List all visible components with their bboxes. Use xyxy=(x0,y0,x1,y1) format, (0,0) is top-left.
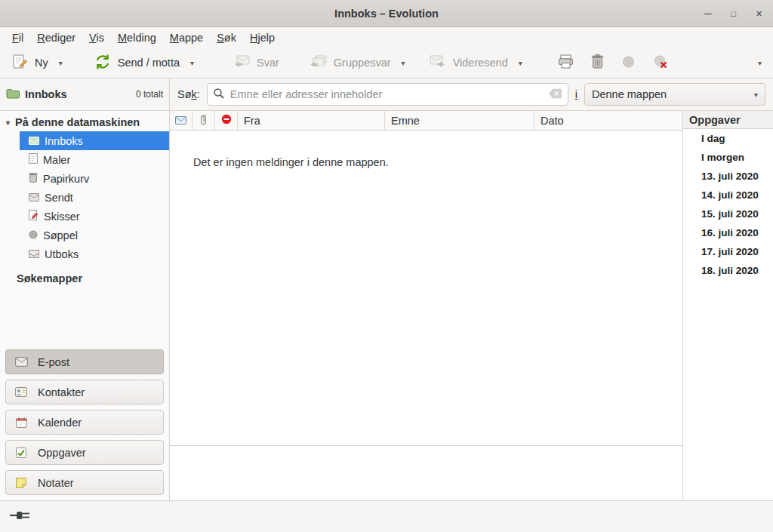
titlebar[interactable]: Innboks – Evolution ─ □ × xyxy=(0,0,773,27)
preview-pane xyxy=(170,445,682,500)
sidebar-item-innboks[interactable]: Innboks xyxy=(20,131,169,150)
switcher-contacts-button[interactable]: Kontakter xyxy=(5,380,164,404)
column-from-label: Fra xyxy=(244,115,260,127)
menu-melding[interactable]: Melding xyxy=(111,29,163,46)
column-status[interactable] xyxy=(170,111,192,130)
switcher-label: E-post xyxy=(38,356,69,368)
search-input[interactable] xyxy=(230,88,543,100)
group-reply-button[interactable]: Gruppesvar xyxy=(304,51,396,74)
switcher-label: Oppgaver xyxy=(38,447,86,459)
contacts-icon xyxy=(14,387,28,397)
message-list-body[interactable]: Det er ingen meldinger i denne mappen. xyxy=(170,131,682,445)
drafts-icon xyxy=(29,210,38,223)
new-message-icon xyxy=(11,54,28,72)
group-reply-dropdown-arrow[interactable]: ▾ xyxy=(396,55,411,71)
column-date-label: Dato xyxy=(540,115,564,127)
folder-icon xyxy=(6,88,20,101)
switcher-memos-button[interactable]: Notater xyxy=(5,470,164,495)
sidebar-item-label: Søppel xyxy=(43,229,78,241)
message-count: 0 totalt xyxy=(136,89,163,100)
maximize-button[interactable]: □ xyxy=(725,5,742,23)
expander-icon[interactable]: ▾ xyxy=(6,118,10,127)
menu-sok[interactable]: Søk xyxy=(210,29,243,46)
delete-button[interactable] xyxy=(585,51,610,75)
sidebar-item-sendt[interactable]: Sendt xyxy=(0,188,169,207)
switcher-calendar-button[interactable]: Kalender xyxy=(5,410,164,435)
group-reply-icon xyxy=(310,55,327,70)
statusbar xyxy=(0,500,773,532)
mail-icon xyxy=(14,357,28,367)
new-button[interactable]: Ny xyxy=(6,50,54,76)
trash-icon xyxy=(591,54,604,71)
forward-button[interactable]: Videresend xyxy=(424,51,513,74)
menu-vis[interactable]: Vis xyxy=(82,29,111,46)
task-group-date[interactable]: 17. juli 2020 xyxy=(683,242,773,261)
menu-hjelp[interactable]: Hjelp xyxy=(243,29,282,46)
sidebar-item-utboks[interactable]: Utboks xyxy=(0,244,169,263)
online-status-button[interactable] xyxy=(10,510,30,523)
tree-root-label: På denne datamaskinen xyxy=(15,116,140,128)
search-scope-combo[interactable]: Denne mappen ▾ xyxy=(584,83,765,106)
send-receive-dropdown-arrow[interactable]: ▾ xyxy=(185,55,199,71)
tree-root-on-this-computer[interactable]: ▾ På denne datamaskinen xyxy=(0,113,169,131)
content-area: ▾ På denne datamaskinen Innboks Maler xyxy=(0,111,773,500)
task-group-date[interactable]: 14. juli 2020 xyxy=(683,186,773,204)
sidebar-item-label: Sendt xyxy=(45,192,73,204)
trash-folder-icon xyxy=(29,172,38,185)
new-dropdown-arrow[interactable]: ▾ xyxy=(54,55,68,71)
search-bar: Innboks 0 totalt Søk: i Denne mappen ▾ xyxy=(0,78,773,111)
task-group-date[interactable]: 13. juli 2020 xyxy=(683,167,773,186)
toolbar-overflow-arrow[interactable]: ▾ xyxy=(753,55,767,71)
sidebar-item-label: Innboks xyxy=(45,135,83,147)
not-junk-button[interactable] xyxy=(647,51,673,75)
sidebar-item-soppel[interactable]: Søppel xyxy=(0,226,169,244)
toolbar: Ny ▾ Send / motta ▾ Svar Gruppesvar ▾ xyxy=(0,48,773,78)
menubar: Fil Rediger Vis Melding Mappe Søk Hjelp xyxy=(0,27,773,48)
reply-icon xyxy=(233,55,250,70)
important-icon xyxy=(221,114,232,127)
send-receive-button[interactable]: Send / motta xyxy=(89,50,185,76)
send-receive-icon xyxy=(94,54,111,72)
reply-label: Svar xyxy=(257,57,279,69)
forward-dropdown-arrow[interactable]: ▾ xyxy=(513,55,528,71)
tree-root-sokemapper[interactable]: Søkemapper xyxy=(0,263,169,284)
column-from[interactable]: Fra xyxy=(238,111,385,130)
print-button[interactable] xyxy=(552,51,580,75)
switcher-mail-button[interactable]: E-post xyxy=(5,349,164,374)
sidebar-item-label: Maler xyxy=(43,154,70,166)
tasks-icon xyxy=(14,447,28,458)
sidebar-item-maler[interactable]: Maler xyxy=(0,150,169,169)
reply-button[interactable]: Svar xyxy=(228,51,285,74)
junk-button[interactable] xyxy=(615,51,642,75)
task-group-date[interactable]: 18. juli 2020 xyxy=(683,261,773,280)
memos-icon xyxy=(14,478,28,488)
paperclip-icon xyxy=(200,114,207,128)
column-date[interactable]: Dato xyxy=(534,111,682,130)
minimize-button[interactable]: ─ xyxy=(699,5,716,23)
not-junk-icon xyxy=(653,54,667,71)
search-entry[interactable] xyxy=(207,83,568,106)
task-group-date[interactable]: 15. juli 2020 xyxy=(683,204,773,223)
task-pane-title: Oppgaver xyxy=(683,111,773,129)
search-area: Søk: i Denne mappen ▾ xyxy=(170,78,773,110)
calendar-icon xyxy=(14,417,28,428)
current-folder-name: Innboks xyxy=(25,88,67,100)
folder-tree: ▾ På denne datamaskinen Innboks Maler xyxy=(0,111,169,284)
clear-search-icon[interactable] xyxy=(548,88,562,101)
menu-fil[interactable]: Fil xyxy=(5,29,30,46)
close-button[interactable]: × xyxy=(750,5,768,23)
menu-mappe[interactable]: Mappe xyxy=(163,29,210,46)
sidebar-item-skisser[interactable]: Skisser xyxy=(0,207,169,226)
message-status-icon xyxy=(175,115,186,127)
search-scope-value: Denne mappen xyxy=(592,88,667,100)
menu-rediger[interactable]: Rediger xyxy=(30,29,82,46)
sidebar-item-papirkurv[interactable]: Papirkurv xyxy=(0,169,169,188)
task-group-date[interactable]: 16. juli 2020 xyxy=(683,223,773,242)
task-group-tomorrow[interactable]: I morgen xyxy=(683,148,773,167)
column-important[interactable] xyxy=(215,111,238,130)
column-attachment[interactable] xyxy=(192,111,215,130)
task-group-today[interactable]: I dag xyxy=(683,129,773,148)
junk-folder-icon xyxy=(29,229,38,241)
switcher-tasks-button[interactable]: Oppgaver xyxy=(5,440,164,465)
column-subject[interactable]: Emne xyxy=(385,111,534,130)
